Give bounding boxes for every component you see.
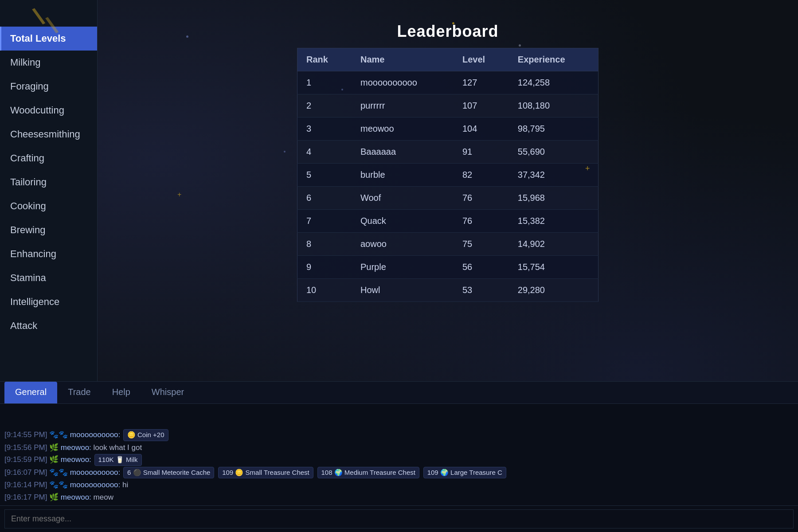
deco-dot7: + [585, 164, 590, 173]
cell-level: 82 [454, 164, 509, 187]
list-item: [9:16:07 PM] 🐾🐾 moooooooooo: 6 ⚫ Small M… [4, 467, 794, 479]
timestamp: [9:16:17 PM] [4, 493, 47, 501]
timestamp: [9:16:07 PM] [4, 468, 47, 477]
chat-tabs-container: GeneralTradeHelpWhisper [4, 382, 195, 403]
badge: 110K 🥛 Milk [94, 454, 142, 466]
chat-messages: [9:14:55 PM] 🐾🐾 moooooooooo: 🪙 Coin +20[… [0, 404, 798, 505]
table-row: 10Howl5329,280 [297, 279, 598, 302]
chat-input-area [0, 505, 798, 532]
table-row: 4Baaaaaa9155,690 [297, 141, 598, 164]
chat-tab-general[interactable]: General [4, 382, 57, 403]
cell-rank: 4 [297, 141, 352, 164]
sidebar-item-stamina[interactable]: Stamina [0, 266, 97, 290]
cell-level: 53 [454, 279, 509, 302]
chat-input[interactable] [4, 509, 794, 528]
table-row: 5burble8237,342 [297, 164, 598, 187]
sidebar-item-tailoring[interactable]: Tailoring [0, 170, 97, 194]
table-row: 8aowoo7514,902 [297, 233, 598, 256]
sidebar-item-total-levels[interactable]: Total Levels [0, 27, 97, 51]
sidebar-item-woodcutting[interactable]: Woodcutting [0, 98, 97, 122]
chat-tab-whisper[interactable]: Whisper [141, 382, 195, 403]
table-row: 3meowoo10498,795 [297, 117, 598, 141]
badge-small-chest: 109 🪙 Small Treasure Chest [218, 467, 313, 479]
cell-rank: 3 [297, 117, 352, 141]
cell-name: moooooooooo [352, 71, 454, 94]
username: moooooooooo: [70, 468, 120, 477]
col-name: Name [352, 48, 454, 71]
deco-dot4 [452, 22, 454, 24]
sidebar-item-intelligence[interactable]: Intelligence [0, 290, 97, 314]
chat-tab-trade[interactable]: Trade [57, 382, 102, 403]
col-rank: Rank [297, 48, 352, 71]
cell-level: 56 [454, 256, 509, 279]
cell-experience: 15,382 [509, 210, 598, 233]
sidebar-item-attack[interactable]: Attack [0, 314, 97, 338]
user-icon: 🌿 [49, 455, 59, 464]
cell-name: Quack [352, 210, 454, 233]
timestamp: [9:15:59 PM] [4, 455, 47, 464]
deco-dot1 [186, 35, 188, 38]
cell-level: 107 [454, 94, 509, 117]
deco-dot2 [341, 89, 343, 90]
list-item: [9:16:17 PM] 🌿 meowoo: meow [4, 492, 794, 503]
list-item: [9:16:14 PM] 🐾🐾 moooooooooo: hi [4, 479, 794, 491]
col-experience: Experience [509, 48, 598, 71]
badge-large-chest: 109 🌍 Large Treasure C [423, 467, 506, 479]
cell-level: 76 [454, 210, 509, 233]
timestamp: [9:14:55 PM] [4, 430, 47, 439]
list-item: [9:14:55 PM] 🐾🐾 moooooooooo: 🪙 Coin +20 [4, 429, 794, 441]
cell-experience: 98,795 [509, 117, 598, 141]
table-row: 1moooooooooo127124,258 [297, 71, 598, 94]
cell-level: 104 [454, 117, 509, 141]
top-area: Total LevelsMilkingForagingWoodcuttingCh… [0, 0, 798, 381]
badge-meteorite: 6 ⚫ Small Meteorite Cache [123, 467, 214, 479]
leaderboard-container: Leaderboard Rank Name Level Experience 1… [297, 22, 598, 302]
sidebar-item-enhancing[interactable]: Enhancing [0, 242, 97, 266]
cell-experience: 108,180 [509, 94, 598, 117]
cell-level: 91 [454, 141, 509, 164]
cell-experience: 124,258 [509, 71, 598, 94]
cell-rank: 5 [297, 164, 352, 187]
cell-name: Baaaaaa [352, 141, 454, 164]
cell-name: aowoo [352, 233, 454, 256]
cell-rank: 6 [297, 187, 352, 210]
table-row: 7Quack7615,382 [297, 210, 598, 233]
chat-tab-help[interactable]: Help [102, 382, 141, 403]
username: meowoo: [61, 455, 91, 464]
cell-name: purrrrr [352, 94, 454, 117]
table-row: 9Purple5615,754 [297, 256, 598, 279]
main-content: \ \ + + Leaderboard Rank Name Level [98, 0, 798, 381]
leaderboard-header-row: Rank Name Level Experience [297, 48, 598, 71]
sidebar-item-cheesesmithing[interactable]: Cheesesmithing [0, 122, 97, 146]
user-icon: 🐾🐾 [49, 481, 68, 489]
list-item: [9:15:59 PM] 🌿 meowoo: 110K 🥛 Milk [4, 454, 794, 466]
message-text: look what I got [94, 443, 142, 452]
cell-name: Howl [352, 279, 454, 302]
cell-name: burble [352, 164, 454, 187]
sidebar-item-brewing[interactable]: Brewing [0, 218, 97, 242]
user-icon: 🐾🐾 [49, 468, 68, 477]
username: moooooooooo: [70, 481, 120, 489]
timestamp: [9:15:56 PM] [4, 443, 47, 452]
message-text: meow [94, 493, 113, 501]
user-icon: 🌿 [49, 443, 59, 452]
cell-experience: 15,754 [509, 256, 598, 279]
username: moooooooooo: [70, 430, 120, 439]
cell-name: Purple [352, 256, 454, 279]
badge: 🪙 Coin +20 [123, 429, 168, 441]
deco-dot6 [519, 44, 521, 47]
username: meowoo: [61, 443, 91, 452]
col-level: Level [454, 48, 509, 71]
timestamp: [9:16:14 PM] [4, 481, 47, 489]
sidebar-item-crafting[interactable]: Crafting [0, 146, 97, 170]
sidebar-item-cooking[interactable]: Cooking [0, 194, 97, 218]
leaderboard-table: Rank Name Level Experience 1moooooooooo1… [297, 48, 598, 302]
cell-rank: 7 [297, 210, 352, 233]
badge-medium-chest: 108 🌍 Medium Treasure Chest [317, 467, 419, 479]
sidebar-item-milking[interactable]: Milking [0, 51, 97, 74]
table-row: 2purrrrr107108,180 [297, 94, 598, 117]
username: meowoo: [61, 493, 91, 501]
user-icon: 🌿 [49, 493, 59, 501]
list-item: [9:15:56 PM] 🌿 meowoo: look what I got [4, 442, 794, 454]
sidebar-item-foraging[interactable]: Foraging [0, 74, 97, 98]
